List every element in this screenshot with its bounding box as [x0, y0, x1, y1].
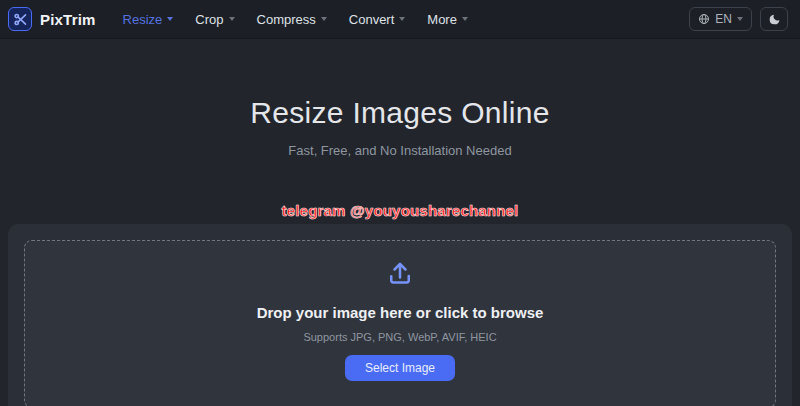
- page-subtitle: Fast, Free, and No Installation Needed: [0, 143, 800, 158]
- chevron-down-icon: [462, 17, 468, 21]
- chevron-down-icon: [229, 17, 235, 21]
- chevron-down-icon: [321, 17, 327, 21]
- nav-label: More: [427, 12, 457, 27]
- nav-item-more[interactable]: More: [418, 6, 477, 33]
- supported-formats: Supports JPG, PNG, WebP, AVIF, HEIC: [303, 331, 496, 343]
- upload-card: Drop your image here or click to browse …: [8, 224, 792, 406]
- chevron-down-icon: [737, 17, 743, 21]
- watermark-text: telegram @youyousharechannel: [0, 202, 800, 219]
- dropzone-instruction: Drop your image here or click to browse: [257, 304, 544, 321]
- nav-label: Convert: [349, 12, 395, 27]
- language-label: EN: [715, 12, 732, 26]
- brand[interactable]: PixTrim: [8, 7, 96, 31]
- language-selector[interactable]: EN: [689, 7, 752, 31]
- image-dropzone[interactable]: Drop your image here or click to browse …: [24, 240, 776, 406]
- brand-name: PixTrim: [40, 11, 96, 28]
- globe-icon: [698, 13, 710, 25]
- nav-item-convert[interactable]: Convert: [340, 6, 415, 33]
- header-actions: EN: [689, 7, 788, 31]
- nav-item-resize[interactable]: Resize: [114, 6, 183, 33]
- upload-icon: [385, 258, 415, 288]
- hero-section: Resize Images Online Fast, Free, and No …: [0, 39, 800, 158]
- scissors-icon: [8, 7, 32, 31]
- theme-toggle-button[interactable]: [760, 7, 788, 31]
- nav-item-compress[interactable]: Compress: [248, 6, 336, 33]
- nav-label: Crop: [195, 12, 223, 27]
- moon-icon: [768, 13, 781, 26]
- nav-label: Resize: [123, 12, 163, 27]
- nav-item-crop[interactable]: Crop: [186, 6, 243, 33]
- header: PixTrim Resize Crop Compress Convert Mor…: [0, 0, 800, 39]
- select-image-button[interactable]: Select Image: [345, 355, 455, 381]
- nav-label: Compress: [257, 12, 316, 27]
- chevron-down-icon: [399, 17, 405, 21]
- chevron-down-icon: [167, 17, 173, 21]
- main-nav: Resize Crop Compress Convert More: [114, 6, 477, 33]
- page-title: Resize Images Online: [0, 96, 800, 130]
